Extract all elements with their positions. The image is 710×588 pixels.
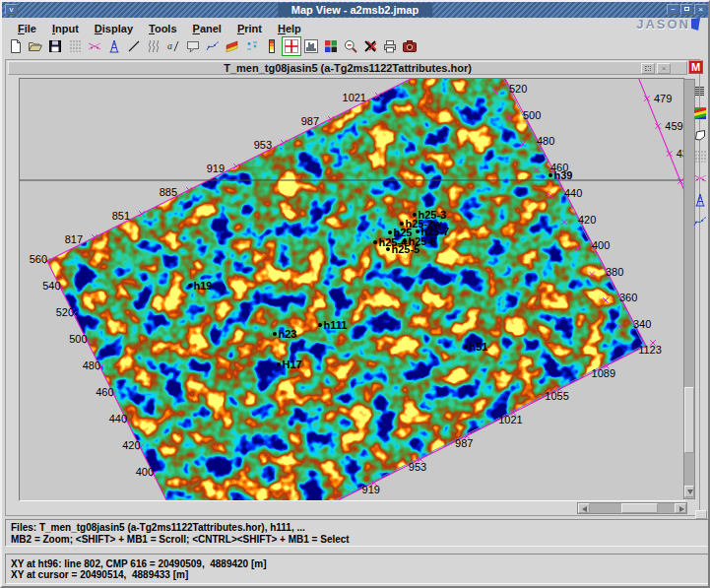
well-dot-h25-4[interactable] — [373, 240, 377, 244]
axis-label: 340 — [633, 318, 651, 330]
zoom-out-button[interactable] — [341, 36, 360, 56]
axis-label: 851 — [112, 210, 130, 222]
map-viewport[interactable]: 8178518859199539871021105556054052050048… — [19, 78, 685, 501]
layer-flags-button[interactable] — [223, 36, 242, 56]
minimize-button[interactable]: − — [667, 4, 679, 15]
horizontal-scrollbar-thumb[interactable] — [621, 503, 658, 513]
axis-label: 440 — [109, 413, 127, 425]
axis-label: 953 — [254, 139, 272, 151]
close-button[interactable]: × — [694, 4, 707, 15]
menu-display[interactable]: Display — [87, 22, 141, 34]
colormap-button[interactable] — [690, 103, 710, 123]
axis-label: 885 — [160, 186, 177, 198]
scroll-down-arrow[interactable] — [684, 486, 694, 497]
axis-label: 459 — [665, 120, 682, 132]
well-label-h51: h51 — [470, 341, 488, 353]
histogram-button[interactable] — [301, 36, 321, 56]
curve-picks-icon — [205, 38, 221, 54]
window-menu-button[interactable]: v — [5, 4, 18, 15]
axis-label: 1055 — [390, 79, 414, 80]
color-palette-button[interactable] — [321, 36, 341, 56]
layers-button[interactable] — [690, 82, 710, 101]
window-titlebar[interactable]: v Map View - a2msb2.jmap − × — [2, 2, 708, 18]
well-dot-h23[interactable] — [273, 332, 277, 336]
map-window-titlebar[interactable]: T_men_tg08jasin5 (a-Tg2ms1122Tattributes… — [8, 61, 687, 75]
well-dot-h39[interactable] — [549, 173, 552, 177]
print-button[interactable] — [380, 36, 400, 56]
map-crosshair-button[interactable] — [282, 36, 301, 56]
files-line: Files: T_men_tg08jasin5 (a-Tg2ms1122Tatt… — [11, 522, 305, 533]
horizontal-scrollbar[interactable] — [577, 502, 687, 514]
seismic-heatmap[interactable] — [20, 79, 684, 500]
well-marker-icon — [692, 192, 708, 208]
wiggle-display-button[interactable] — [144, 36, 163, 56]
menu-input[interactable]: Input — [44, 22, 87, 34]
maximize-icon — [645, 66, 651, 71]
axis-label: 479 — [654, 93, 672, 104]
annotation-icon — [165, 38, 181, 54]
snapshot-button[interactable] — [400, 36, 420, 56]
line-tool-button[interactable] — [124, 36, 144, 56]
axis-label: 460 — [96, 386, 113, 398]
polygon-button[interactable] — [690, 125, 710, 145]
open-file-button[interactable] — [26, 36, 45, 56]
mouse-help-line: MB2 = Zoom; <SHIFT> + MB1 = Scroll; <CNT… — [11, 534, 350, 545]
well-dot-h111[interactable] — [318, 323, 322, 327]
colorbar-button[interactable] — [262, 36, 282, 56]
menu-print[interactable]: Print — [229, 22, 270, 34]
maximize-icon — [684, 7, 689, 11]
snapshot-icon — [402, 38, 418, 54]
well-marker-button[interactable] — [690, 190, 710, 210]
jason-logo: JASON — [636, 17, 700, 32]
menu-file[interactable]: File — [10, 22, 44, 34]
xy-line-1: XY at ht96: line 802, CMP 616 = 20490509… — [11, 558, 267, 569]
color-palette-icon — [323, 38, 339, 54]
scroll-right-arrow[interactable] — [675, 503, 686, 513]
well-dot-h25-3[interactable] — [413, 213, 417, 217]
traces-button[interactable] — [65, 36, 85, 56]
open-file-icon — [28, 38, 43, 54]
save-button[interactable] — [45, 36, 65, 56]
axis-label: 360 — [619, 292, 637, 303]
label-bubble-button[interactable] — [183, 36, 203, 56]
xy-line-2: XY at cursor = 20490514, 4889433 [m] — [11, 569, 188, 580]
well-dot-h25-2w[interactable] — [400, 222, 404, 226]
map-crosshair-icon — [284, 38, 299, 54]
well-dot-h19[interactable] — [188, 284, 192, 288]
annotation-button[interactable] — [163, 36, 183, 56]
vertical-scrollbar-thumb[interactable] — [684, 387, 694, 453]
resize-grip[interactable] — [695, 510, 707, 519]
right-toolbar — [691, 82, 709, 233]
map-close-button[interactable]: × — [657, 63, 671, 74]
menu-help[interactable]: Help — [270, 22, 309, 34]
maximize-button[interactable] — [680, 4, 693, 15]
traces-icon — [67, 38, 83, 54]
menu-tools[interactable]: Tools — [141, 22, 185, 34]
tick-mark — [656, 123, 662, 129]
horizon-picks-button[interactable] — [690, 168, 710, 188]
save-icon — [47, 38, 63, 54]
window-title: Map View - a2msb2.jmap — [278, 3, 432, 17]
map-maximize-button[interactable] — [641, 63, 655, 74]
well-dot-h51[interactable] — [464, 345, 468, 349]
well-marker-button[interactable] — [104, 36, 124, 56]
horizon-picks-button[interactable] — [85, 36, 104, 56]
menu-panel[interactable]: Panel — [185, 22, 229, 34]
well-dot-h25-5[interactable] — [386, 247, 390, 251]
curve-picks-button[interactable] — [203, 36, 223, 56]
scroll-left-arrow[interactable] — [578, 503, 590, 513]
map-child-window: T_men_tg08jasin5 (a-Tg2ms1122Tattributes… — [5, 59, 700, 516]
well-dot-h25-7[interactable] — [416, 229, 420, 233]
map-canvas[interactable]: 8178518859199539871021105556054052050048… — [20, 79, 684, 500]
traces-button[interactable] — [690, 147, 710, 166]
well-dot-H17[interactable] — [277, 362, 281, 366]
point-markers-button[interactable] — [242, 36, 262, 56]
map-manager-button[interactable]: M — [688, 60, 703, 74]
app-window: v Map View - a2msb2.jmap − × FileInputDi… — [0, 0, 710, 588]
well-label-h111: h111 — [324, 319, 348, 331]
well-dot-h25[interactable] — [388, 230, 392, 234]
delete-item-button[interactable] — [360, 36, 380, 56]
axis-label: 480 — [537, 135, 554, 147]
new-document-button[interactable] — [6, 36, 26, 56]
curve-picks-button[interactable] — [690, 212, 710, 231]
